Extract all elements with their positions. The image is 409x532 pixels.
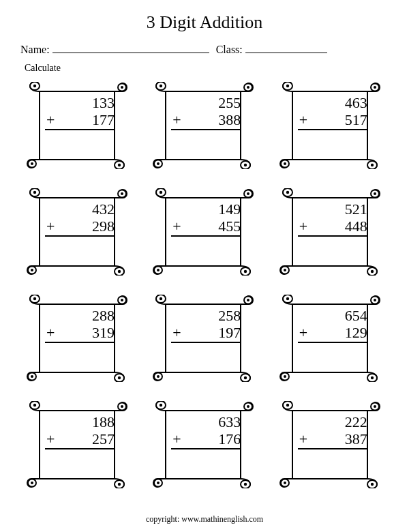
svg-point-1 (33, 84, 36, 87)
svg-point-47 (284, 269, 286, 271)
addend-bottom-row: + 455 (171, 218, 241, 237)
svg-point-43 (374, 192, 376, 195)
svg-point-75 (121, 405, 123, 408)
addend-bottom: 257 (92, 430, 115, 447)
svg-point-95 (284, 482, 286, 484)
problem-grid: 133 + 177 255 + 388 (20, 82, 389, 488)
addend-top: 521 (298, 201, 367, 218)
addition-problem: 133 + 177 (45, 94, 115, 131)
addend-bottom-row: + 129 (298, 324, 367, 343)
problem-scroll: 288 + 319 (26, 295, 128, 382)
addend-bottom-row: + 176 (171, 430, 241, 449)
plus-operator: + (299, 218, 307, 235)
svg-point-17 (286, 84, 288, 87)
class-label: Class: (216, 44, 243, 56)
svg-point-27 (121, 192, 123, 195)
svg-point-69 (370, 376, 373, 379)
name-blank[interactable] (52, 41, 209, 53)
addend-bottom-row: + 388 (171, 111, 241, 130)
problem-scroll: 258 + 197 (152, 295, 254, 382)
addend-top: 149 (171, 201, 241, 218)
svg-point-73 (33, 403, 36, 406)
addition-problem: 288 + 319 (45, 307, 115, 344)
svg-point-61 (244, 376, 247, 379)
svg-point-63 (157, 375, 160, 378)
addend-bottom: 129 (345, 324, 367, 341)
plus-operator: + (46, 218, 55, 235)
addend-bottom-row: + 298 (45, 218, 115, 237)
addend-top: 222 (298, 413, 367, 430)
page-title: 3 Digit Addition (20, 12, 389, 33)
addend-bottom: 298 (92, 218, 115, 235)
svg-point-59 (247, 299, 249, 301)
problem-scroll: 463 + 517 (279, 82, 381, 169)
plus-operator: + (299, 111, 307, 128)
svg-point-39 (157, 269, 160, 271)
addend-top: 463 (298, 94, 367, 111)
plus-operator: + (46, 111, 55, 128)
svg-point-7 (31, 162, 33, 165)
svg-point-25 (33, 190, 36, 193)
addend-top: 255 (171, 94, 241, 111)
header-row: Name: Class: (20, 41, 389, 56)
problem-scroll: 521 + 448 (279, 188, 381, 276)
svg-point-71 (284, 375, 286, 378)
plus-operator: + (46, 430, 55, 447)
class-blank[interactable] (245, 41, 327, 53)
problem-scroll: 222 + 387 (279, 401, 381, 488)
addition-problem: 222 + 387 (298, 413, 367, 450)
svg-point-35 (247, 192, 249, 195)
addition-problem: 521 + 448 (298, 201, 367, 237)
svg-point-81 (160, 403, 162, 406)
svg-point-77 (118, 482, 121, 485)
addend-bottom: 319 (92, 324, 115, 341)
addition-problem: 149 + 455 (171, 201, 241, 237)
svg-point-93 (370, 482, 373, 485)
addition-problem: 463 + 517 (298, 94, 367, 131)
svg-point-33 (160, 190, 162, 193)
plus-operator: + (172, 324, 181, 341)
addition-problem: 258 + 197 (171, 307, 241, 344)
problem-scroll: 149 + 455 (152, 188, 254, 276)
addend-bottom-row: + 319 (45, 324, 115, 343)
svg-point-79 (31, 482, 33, 484)
svg-point-15 (157, 162, 160, 165)
addend-bottom: 197 (218, 324, 241, 341)
addend-bottom: 177 (92, 111, 115, 128)
problem-scroll: 432 + 298 (26, 188, 128, 276)
svg-point-9 (160, 84, 162, 87)
addend-bottom: 455 (218, 218, 241, 235)
svg-point-41 (286, 190, 288, 193)
addend-top: 633 (171, 413, 241, 430)
addend-bottom: 448 (345, 218, 367, 235)
addend-bottom-row: + 517 (298, 111, 367, 130)
addend-top: 133 (45, 94, 115, 111)
problem-scroll: 133 + 177 (26, 82, 128, 169)
addend-bottom-row: + 448 (298, 218, 367, 237)
svg-point-5 (118, 163, 121, 166)
svg-point-83 (247, 405, 249, 408)
svg-point-85 (244, 482, 247, 485)
svg-point-11 (247, 86, 249, 89)
problem-scroll: 633 + 176 (152, 401, 254, 488)
plus-operator: + (299, 430, 307, 447)
plus-operator: + (172, 430, 181, 447)
problem-scroll: 188 + 257 (26, 401, 128, 488)
svg-point-89 (286, 403, 288, 406)
copyright-text: copyright: www.mathinenglish.com (0, 514, 409, 524)
addend-top: 654 (298, 307, 367, 324)
svg-point-19 (374, 86, 376, 89)
addend-bottom-row: + 177 (45, 111, 115, 130)
addend-top: 288 (45, 307, 115, 324)
svg-point-31 (31, 269, 33, 271)
addition-problem: 188 + 257 (45, 413, 115, 450)
svg-point-45 (370, 269, 373, 272)
svg-point-65 (286, 297, 288, 299)
svg-point-53 (118, 376, 121, 379)
name-label: Name: (20, 44, 50, 56)
addend-bottom: 388 (218, 111, 241, 128)
svg-point-29 (118, 269, 121, 272)
plus-operator: + (172, 218, 181, 235)
svg-point-21 (370, 163, 373, 166)
plus-operator: + (46, 324, 55, 341)
